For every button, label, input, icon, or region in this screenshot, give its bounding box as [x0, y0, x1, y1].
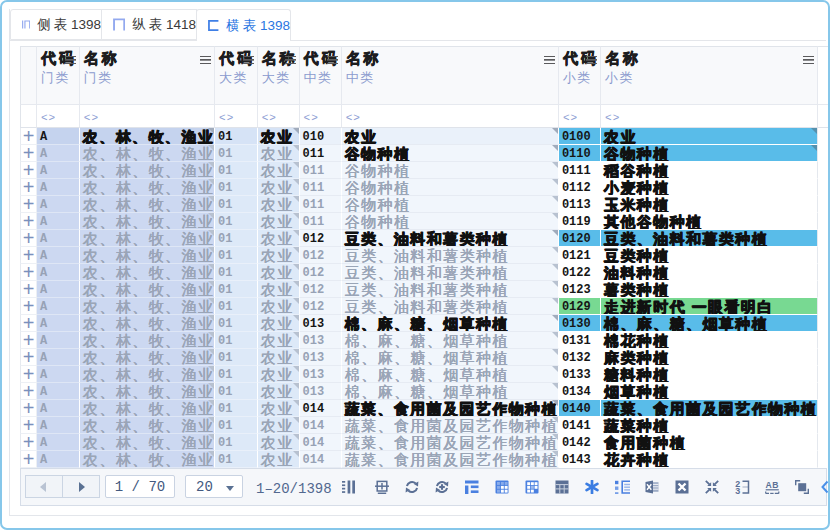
- svg-text:AB: AB: [766, 480, 779, 490]
- svg-text:3: 3: [735, 487, 740, 494]
